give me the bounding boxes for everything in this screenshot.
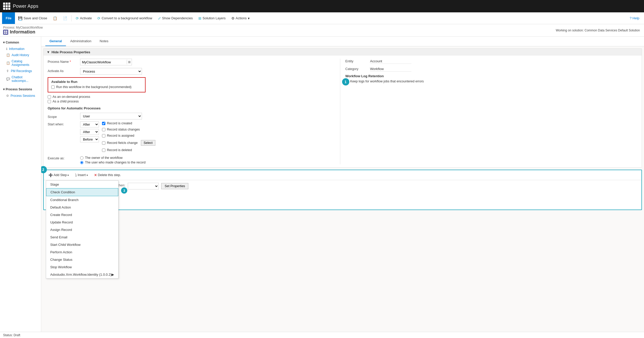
dropdown-item-update-record[interactable]: Update Record: [46, 219, 118, 226]
radio-rows: The owner of the workflow The user who m…: [80, 156, 146, 164]
page-title-icon: [3, 30, 8, 35]
status-label: Status: Draft: [3, 333, 20, 334]
workflow-log-row: Keep logs for workflow jobs that encount…: [345, 80, 638, 83]
start-when-selects: After After Before: [80, 122, 99, 142]
svg-rect-2: [4, 32, 5, 34]
dropdown-item-send-email[interactable]: Send Email: [46, 233, 118, 241]
run-background-checkbox[interactable]: [51, 85, 55, 89]
record-assigned-checkbox[interactable]: [102, 134, 105, 137]
select-button[interactable]: Select: [141, 140, 156, 146]
sidebar-section-common[interactable]: ▾ Common: [0, 39, 41, 46]
record-status-row: Record status changes: [102, 128, 155, 131]
activate-icon: ⟳: [76, 16, 79, 20]
process-name-label: Process Name: [48, 59, 76, 64]
section-header[interactable]: ▼ Hide Process Properties: [44, 49, 642, 56]
insert-caret: ▾: [87, 174, 88, 177]
solution-layers-button[interactable]: ⊞ Solution Layers: [196, 15, 228, 22]
save-close-button[interactable]: 💾 Save and Close: [15, 15, 50, 22]
dropdown-item-assign-record[interactable]: Assign Record: [46, 226, 118, 233]
execute-user-radio[interactable]: [80, 161, 83, 164]
activate-as-select[interactable]: Process: [80, 68, 142, 75]
sidebar-item-audit-history[interactable]: 📋 Audit History: [0, 52, 41, 58]
add-step-icon: ➕: [48, 173, 53, 177]
form-left-col: Process Name ⊞ Activate As Process: [48, 59, 340, 164]
add-step-button[interactable]: ➕ Add Step ▾: [46, 172, 71, 178]
available-to-run-title: Available to Run: [51, 80, 142, 84]
step-empty-area: [116, 192, 637, 207]
record-deleted-checkbox[interactable]: [102, 149, 105, 152]
sidebar-item-pm-recordings[interactable]: 🎙 PM Recordings: [0, 68, 41, 74]
toolbar-separator: [71, 15, 72, 21]
tab-administration[interactable]: Administration: [66, 37, 95, 46]
start-when-select-2[interactable]: After: [80, 129, 99, 135]
breadcrumb: Process: MyClassicWorkflow: [3, 26, 43, 29]
step-select[interactable]: [128, 183, 159, 189]
sidebar-item-process-sessions[interactable]: ⚙ Process Sessions: [0, 93, 41, 99]
statusbar: Status: Draft: [0, 332, 644, 334]
start-when-select-3[interactable]: Before: [80, 136, 99, 142]
sidebar-section-process-sessions[interactable]: ▾ Process Sessions: [0, 86, 41, 93]
process-icon: ⚙: [6, 94, 9, 98]
sidebar-item-information[interactable]: ℹ Information: [0, 46, 41, 52]
child-process-row: As a child process: [48, 100, 340, 103]
dropdown-item-adxstudio[interactable]: Adxstudio.Xrm.Workflow.Identity (1.0.0.2…: [46, 271, 118, 278]
activate-button[interactable]: ⟳ Activate: [73, 15, 94, 22]
sidebar: ▾ Common ℹ Information 📋 Audit History 📋…: [0, 37, 41, 334]
insert-button[interactable]: ⤵ Insert ▾: [73, 172, 90, 178]
sidebar-item-chatbot[interactable]: 💬 Chatbot subcompo...: [0, 74, 41, 84]
tab-general[interactable]: General: [45, 37, 66, 46]
dropdown-item-conditional-branch[interactable]: Conditional Branch: [46, 196, 118, 204]
on-demand-row: As an on-demand process: [48, 95, 340, 99]
another-button[interactable]: 📄: [60, 15, 70, 22]
dropdown-item-perform-action[interactable]: Perform Action: [46, 248, 118, 256]
topbar: Power Apps: [0, 0, 644, 12]
actions-icon: ⚙: [231, 16, 235, 20]
dropdown-item-change-status[interactable]: Change Status: [46, 256, 118, 263]
scope-row: Scope User: [48, 113, 340, 119]
delete-step-button[interactable]: ✕ Delete this step.: [92, 172, 123, 178]
activate-as-row: Activate As Process: [48, 68, 340, 75]
scope-select[interactable]: User: [80, 113, 142, 119]
sidebar-item-catalog-assignments[interactable]: 📋 Catalog Assignments: [0, 58, 41, 68]
entity-label: Entity: [345, 59, 366, 63]
actions-button[interactable]: ⚙ Actions ▾: [229, 15, 252, 22]
record-status-checkbox[interactable]: [102, 128, 105, 131]
execute-user-row: The user who made changes to the record: [80, 161, 146, 164]
tab-notes[interactable]: Notes: [96, 37, 113, 46]
execute-owner-radio[interactable]: [80, 156, 83, 160]
badge-1: 1: [342, 78, 349, 85]
info-icon: ℹ: [6, 47, 7, 51]
dropdown-item-stage[interactable]: Stage: [46, 181, 118, 188]
start-when-select-1[interactable]: After: [80, 122, 99, 127]
dropdown-item-start-child-workflow[interactable]: Start Child Workflow: [46, 241, 118, 248]
catalog-icon: 📋: [6, 61, 10, 65]
process-name-input[interactable]: [80, 59, 127, 65]
insert-icon: ⤵: [75, 173, 77, 177]
show-deps-button[interactable]: ⤢ Show Dependencies: [155, 15, 195, 22]
main-layout: ▾ Common ℹ Information 📋 Audit History 📋…: [0, 37, 644, 334]
dropdown-item-default-action[interactable]: Default Action: [46, 204, 118, 211]
help-button[interactable]: ? Help: [627, 15, 642, 21]
copy-button[interactable]: 📋: [50, 15, 60, 22]
file-button[interactable]: File: [2, 12, 15, 24]
record-created-checkbox[interactable]: [102, 122, 105, 125]
convert-icon: ⟳: [97, 16, 100, 20]
page-title: Information: [3, 29, 43, 35]
on-demand-checkbox[interactable]: [48, 95, 51, 99]
record-fields-checkbox[interactable]: [102, 141, 105, 145]
convert-bg-button[interactable]: ⟳ Convert to a background workflow: [95, 15, 155, 22]
expand-icon[interactable]: ⊞: [127, 60, 132, 64]
set-properties-button[interactable]: Set Properties: [161, 183, 188, 189]
step-content: , then: Set Properties: [44, 180, 641, 210]
execute-as-label: Execute as:: [48, 156, 76, 160]
child-process-checkbox[interactable]: [48, 100, 51, 103]
start-when-checkboxes: Record is created Record status changes …: [102, 122, 155, 153]
grid-icon[interactable]: [3, 3, 10, 10]
toolbar: File 💾 Save and Close 📋 📄 ⟳ Activate ⟳ C…: [0, 12, 644, 24]
dropdown-item-create-record[interactable]: Create Record: [46, 211, 118, 219]
dropdown-item-stop-workflow[interactable]: Stop Workflow: [46, 263, 118, 271]
process-name-row: Process Name ⊞: [48, 59, 340, 65]
form-two-col: Process Name ⊞ Activate As Process: [48, 59, 638, 164]
dropdown-item-check-condition[interactable]: Check Condition 3: [46, 188, 118, 196]
add-step-caret: ▾: [67, 174, 69, 177]
